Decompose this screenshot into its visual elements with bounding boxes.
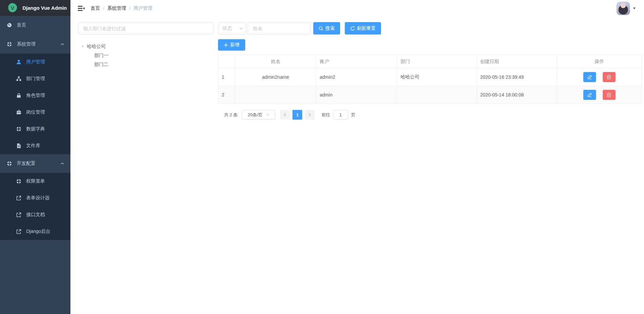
prev-page-button[interactable] [280,110,290,120]
edit-pencil-icon [587,92,592,97]
external-link-icon [16,212,21,217]
external-link-icon [16,229,21,234]
cell-dept: 哈哈公司 [397,68,477,86]
sidebar-item-form-designer[interactable]: 表单设计器 [0,190,70,206]
sidebar-menu: 首页 系统管理 [0,16,70,314]
external-link-icon [16,195,21,201]
sidebar-item-perm-menu[interactable]: 权限菜单 [0,173,70,190]
sidebar-item-system[interactable]: 系统管理 [0,35,70,54]
sidebar-item-label: 数据字典 [26,126,45,132]
tree-node-label[interactable]: 部门一 [94,53,108,59]
cell-name [235,86,316,104]
chevron-up-icon [60,43,64,46]
refresh-reset-button[interactable]: 刷新重置 [345,22,381,35]
breadcrumb-separator: / [129,6,130,11]
user-avatar[interactable] [616,2,630,15]
add-user-button-label: 新增 [230,42,239,48]
sidebar-item-dict[interactable]: 数据字典 [0,121,70,137]
cell-index: 2 [218,86,235,104]
refresh-icon [350,26,355,31]
sidebar-item-label: 开发配置 [17,161,36,167]
sidebar-item-label: 权限菜单 [26,178,45,184]
sidebar-collapse-icon[interactable] [78,5,85,12]
table-row: 1 admin2name admin2 哈哈公司 2020-05-16 23:3… [218,68,642,86]
sidebar-item-devconfig[interactable]: 开发配置 [0,154,70,173]
sidebar-item-label: 首页 [17,22,26,28]
cell-created: 2020-05-14 18:00:08 [477,86,557,104]
user-panel: 状态 搜索 [218,22,642,314]
status-select[interactable]: 状态 [218,22,246,35]
department-filter-input[interactable] [78,22,214,35]
breadcrumb-system[interactable]: 系统管理 [107,5,126,11]
search-button[interactable]: 搜索 [313,22,340,35]
chevron-left-icon [283,113,286,117]
sidebar-item-django-admin[interactable]: Django后台 [0,223,70,240]
tree-node-root[interactable]: 哈哈公司 [78,42,214,51]
edit-button[interactable] [583,72,596,82]
page-size-select[interactable]: 20条/页 [241,110,275,120]
goto-label: 前往 [321,112,330,118]
trash-icon [607,92,611,97]
dev-submenu: 权限菜单 表单设计器 接口文档 [0,173,70,240]
dashboard-icon [7,22,12,28]
tree-node-label[interactable]: 哈哈公司 [87,44,106,50]
cell-created: 2020-05-16 23:39:49 [477,68,557,86]
sidebar-item-home[interactable]: 首页 [0,16,70,35]
sidebar-item-label: 角色管理 [26,92,45,99]
next-page-button[interactable] [305,110,315,120]
lock-icon [16,93,21,98]
delete-button[interactable] [603,90,615,100]
breadcrumb-home[interactable]: 首页 [91,5,100,11]
breadcrumb: 首页 / 系统管理 / 用户管理 [91,5,152,11]
sidebar-item-users[interactable]: 用户管理 [0,54,70,70]
table-row: 2 admin 2020-05-14 18:00:08 [218,86,642,104]
col-header-dept: 部门 [397,55,477,68]
logo-bar[interactable]: V Django Vue Admin [0,0,70,16]
sidebar-item-posts[interactable]: 岗位管理 [0,104,70,121]
chevron-down-icon [239,27,243,30]
sidebar-item-api-docs[interactable]: 接口文档 [0,206,70,223]
department-tree: 哈哈公司 部门一 部门二 [78,42,214,69]
tree-expand-caret-icon[interactable] [81,45,85,48]
col-header-account: 账户 [316,55,397,68]
tree-node-label[interactable]: 部门二 [94,62,108,68]
breadcrumb-current: 用户管理 [133,5,152,11]
caret-down-icon[interactable] [633,7,636,10]
add-user-button[interactable]: 新增 [218,39,245,51]
briefcase-icon [16,110,21,115]
edit-button[interactable] [583,90,596,100]
department-panel: 哈哈公司 部门一 部门二 [78,22,214,314]
tree-node-child[interactable]: 部门一 [78,51,214,60]
cell-account: admin [316,86,397,104]
col-header-name: 姓名 [235,55,316,68]
app-title: Django Vue Admin [22,5,67,11]
search-button-label: 搜索 [325,25,335,32]
content: 哈哈公司 部门一 部门二 状态 [70,17,644,314]
tree-node-child[interactable]: 部门二 [78,60,214,69]
sidebar-item-label: 部门管理 [26,76,45,82]
col-header-index [218,55,235,68]
app-root: V Django Vue Admin 首页 [0,0,644,314]
main-area: 首页 / 系统管理 / 用户管理 [70,0,644,314]
chevron-right-icon [308,113,311,117]
org-tree-icon [16,76,21,81]
vue-logo-icon: V [7,3,18,13]
chevron-up-icon [60,162,64,165]
component-icon [7,42,12,47]
cell-actions [557,68,642,86]
page-unit-label: 页 [351,112,355,118]
navbar: 首页 / 系统管理 / 用户管理 [70,0,644,17]
cell-account: admin2 [316,68,397,86]
sidebar-item-roles[interactable]: 角色管理 [0,87,70,104]
sidebar-item-label: 用户管理 [26,59,45,65]
name-search-input[interactable] [248,22,311,35]
component-icon [7,161,12,166]
sidebar-item-label: 接口文档 [26,212,45,218]
delete-button[interactable] [603,72,615,82]
col-header-actions: 操作 [557,55,642,68]
goto-page-input[interactable] [333,110,348,120]
sidebar-item-files[interactable]: 文件库 [0,137,70,154]
plus-icon [224,43,228,47]
sidebar-item-departments[interactable]: 部门管理 [0,70,70,87]
page-number-1[interactable]: 1 [292,110,302,120]
